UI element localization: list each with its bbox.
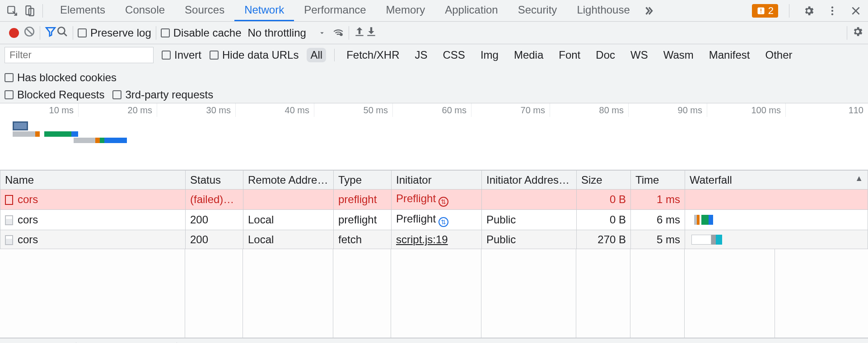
col-remote-address[interactable]: Remote Addres… — [243, 171, 334, 190]
inspect-icon[interactable] — [4, 2, 21, 19]
type-pill-manifest[interactable]: Manifest — [705, 48, 754, 62]
type-pill-ws[interactable]: WS — [627, 48, 652, 62]
svg-rect-13 — [367, 35, 375, 36]
issues-counter[interactable]: 2 — [752, 4, 778, 18]
col-initiator[interactable]: Initiator — [392, 171, 482, 190]
overview-ruler: 10 ms 20 ms 30 ms 40 ms 50 ms 60 ms 70 m… — [0, 103, 868, 117]
disable-cache-label: Disable cache — [173, 27, 242, 39]
more-tabs-icon[interactable] — [640, 2, 657, 19]
cell-size: 270 B — [577, 230, 631, 249]
type-pill-other[interactable]: Other — [761, 48, 796, 62]
invert-label: Invert — [174, 49, 201, 61]
invert-checkbox[interactable]: Invert — [162, 49, 201, 61]
table-row[interactable]: cors (failed)… preflight Preflight⇅ 0 B … — [0, 190, 868, 210]
third-party-label: 3rd-party requests — [125, 88, 213, 101]
kebab-menu-icon[interactable] — [824, 2, 841, 19]
cell-initiator-addr: Public — [482, 210, 577, 230]
cell-remote — [243, 190, 334, 210]
tab-application[interactable]: Application — [435, 0, 508, 21]
overview-tick: 80 ms — [550, 103, 629, 117]
tab-network[interactable]: Network — [234, 0, 294, 21]
type-pill-js[interactable]: JS — [411, 48, 431, 62]
panel-tabs: Elements Console Sources Network Perform… — [50, 0, 752, 21]
overview-bars — [13, 121, 127, 143]
cell-name: cors — [18, 233, 38, 246]
svg-point-6 — [831, 6, 833, 8]
overview-tick: 30 ms — [157, 103, 236, 117]
overview-tick: 110 — [786, 103, 868, 117]
record-button[interactable] — [9, 28, 19, 38]
download-har-icon[interactable] — [365, 26, 377, 40]
settings-gear-icon[interactable] — [800, 2, 817, 19]
col-name[interactable]: Name — [0, 171, 186, 190]
third-party-checkbox[interactable]: 3rd-party requests — [112, 88, 213, 101]
has-blocked-cookies-label: Has blocked cookies — [17, 71, 117, 84]
network-settings-gear-icon[interactable] — [852, 26, 863, 40]
col-initiator-address[interactable]: Initiator Addres… — [482, 171, 577, 190]
filter-input[interactable] — [5, 47, 154, 63]
col-type[interactable]: Type — [334, 171, 392, 190]
type-pill-wasm[interactable]: Wasm — [660, 48, 697, 62]
blocked-requests-checkbox[interactable]: Blocked Requests — [5, 88, 104, 101]
filter-toggle-icon[interactable] — [45, 26, 56, 40]
type-pill-css[interactable]: CSS — [439, 48, 469, 62]
tab-sources[interactable]: Sources — [175, 0, 234, 21]
svg-point-10 — [58, 27, 65, 34]
cell-name: cors — [18, 213, 38, 226]
col-size[interactable]: Size — [577, 171, 631, 190]
type-pill-all[interactable]: All — [307, 48, 326, 62]
separator — [349, 26, 349, 40]
col-status[interactable]: Status — [186, 171, 243, 190]
network-toolbar: Preserve log Disable cache No throttling — [0, 22, 868, 44]
col-waterfall[interactable]: Waterfall — [685, 171, 868, 190]
close-devtools-icon[interactable] — [847, 2, 864, 19]
cell-status: 200 — [186, 210, 243, 230]
network-conditions-icon[interactable] — [332, 26, 344, 40]
tab-elements[interactable]: Elements — [50, 0, 115, 21]
file-icon — [5, 235, 13, 245]
type-pill-media[interactable]: Media — [510, 48, 547, 62]
cell-remote: Local — [243, 210, 334, 230]
type-pill-img[interactable]: Img — [477, 48, 502, 62]
issues-count: 2 — [768, 5, 774, 17]
search-icon[interactable] — [56, 26, 68, 40]
tab-memory[interactable]: Memory — [376, 0, 435, 21]
type-pill-font[interactable]: Font — [555, 48, 584, 62]
overview-tick: 60 ms — [393, 103, 471, 117]
tab-console[interactable]: Console — [115, 0, 175, 21]
cell-waterfall — [685, 190, 868, 210]
tab-performance[interactable]: Performance — [294, 0, 376, 21]
device-toggle-icon[interactable] — [21, 2, 38, 19]
timeline-overview[interactable]: 10 ms 20 ms 30 ms 40 ms 50 ms 60 ms 70 m… — [0, 103, 868, 170]
tab-security[interactable]: Security — [508, 0, 567, 21]
type-pill-doc[interactable]: Doc — [592, 48, 619, 62]
table-row[interactable]: cors 200 Local fetch script.js:19 Public… — [0, 230, 868, 249]
cell-name: cors — [18, 193, 38, 205]
overview-tick: 40 ms — [236, 103, 314, 117]
throttling-select[interactable]: No throttling — [247, 27, 326, 39]
tab-lighthouse[interactable]: Lighthouse — [567, 0, 639, 21]
separator — [334, 49, 335, 61]
cell-type: fetch — [334, 230, 392, 249]
hide-data-urls-checkbox[interactable]: Hide data URLs — [210, 49, 299, 61]
table-row[interactable]: cors 200 Local preflight Preflight⇅ Publ… — [0, 210, 868, 230]
cell-remote: Local — [243, 230, 334, 249]
overview-tick: 100 ms — [707, 103, 786, 117]
clear-button[interactable] — [23, 26, 35, 40]
cell-status: 200 — [186, 230, 243, 249]
disable-cache-checkbox[interactable]: Disable cache — [161, 27, 242, 39]
separator — [42, 4, 43, 18]
col-time[interactable]: Time — [631, 171, 685, 190]
upload-har-icon[interactable] — [354, 26, 365, 40]
throttling-value: No throttling — [247, 27, 306, 39]
blocked-requests-label: Blocked Requests — [17, 88, 104, 101]
type-pill-fetch-xhr[interactable]: Fetch/XHR — [343, 48, 403, 62]
status-bar: 3 requests 270 B transferred 11 B resour… — [0, 338, 868, 343]
preserve-log-checkbox[interactable]: Preserve log — [78, 27, 151, 39]
cell-initiator-link[interactable]: script.js:19 — [396, 233, 448, 246]
cell-type: preflight — [334, 210, 392, 230]
has-blocked-cookies-checkbox[interactable]: Has blocked cookies — [5, 71, 117, 84]
svg-rect-5 — [761, 12, 761, 13]
overview-tick: 10 ms — [0, 103, 79, 117]
overview-tick: 90 ms — [629, 103, 707, 117]
